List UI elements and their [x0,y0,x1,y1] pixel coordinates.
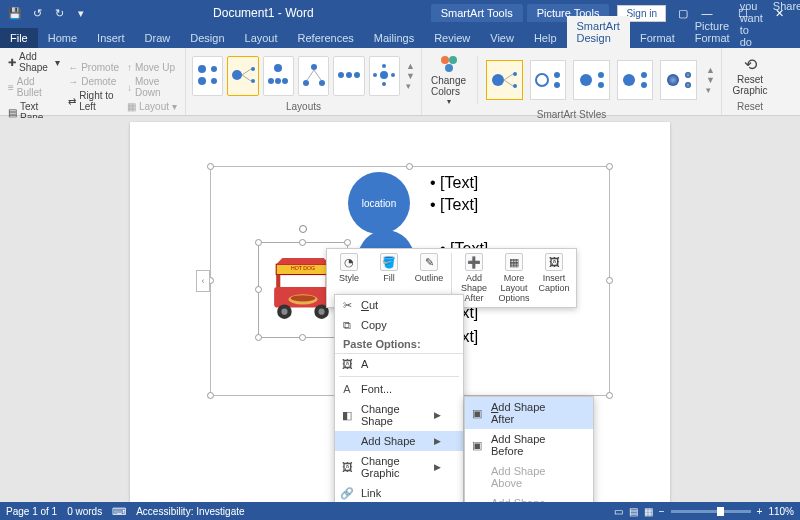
autosave-icon[interactable]: 💾 [8,6,22,20]
view-web-icon[interactable]: ▦ [644,506,653,517]
styles-scroll-down[interactable]: ▼ [706,75,715,85]
styles-more-icon[interactable]: ▾ [706,85,715,95]
style-option-3[interactable] [573,60,610,100]
smartart-node-location[interactable]: location [348,172,410,234]
svg-point-52 [291,295,316,301]
ctx-paste-picture[interactable]: 🖼A [335,354,463,374]
svg-point-13 [311,64,317,70]
mini-more-layout[interactable]: ▦More Layout Options [494,251,534,305]
placeholder-text[interactable]: [Text] [430,196,478,214]
tab-references[interactable]: References [288,28,364,48]
styles-scroll-up[interactable]: ▲ [706,65,715,75]
sub-add-after[interactable]: ▣Add Shape After [465,397,593,429]
status-lang-icon[interactable]: ⌨ [112,506,126,517]
svg-point-42 [641,82,647,88]
tab-smartart-design[interactable]: SmartArt Design [567,16,630,48]
reset-graphic-button[interactable]: ⟲ Reset Graphic [730,55,770,96]
layout-option-2[interactable] [227,56,258,96]
status-words[interactable]: 0 words [67,506,102,517]
document-title: Document1 - Word [96,6,431,20]
layout-option-6[interactable] [369,56,400,96]
svg-point-11 [275,78,281,84]
link-icon: 🔗 [339,487,355,500]
page[interactable]: ‹ location [Text] [Text] [Text] [Text] [… [130,122,670,502]
cut-icon: ✂ [339,299,355,312]
svg-point-40 [623,74,635,86]
qat-dropdown-icon[interactable]: ▾ [74,6,88,20]
tab-help[interactable]: Help [524,28,567,48]
view-read-icon[interactable]: ▭ [614,506,623,517]
svg-point-14 [303,80,309,86]
zoom-slider[interactable] [671,510,751,513]
style-option-5[interactable] [660,60,697,100]
sub-add-before[interactable]: ▣Add Shape Before [465,429,593,461]
title-bar: 💾 ↺ ↻ ▾ Document1 - Word SmartArt Tools … [0,0,800,26]
smartart-tools-label: SmartArt Tools [431,4,523,22]
layouts-more-icon[interactable]: ▾ [406,81,415,91]
ctx-link[interactable]: 🔗Link [335,483,463,503]
tab-draw[interactable]: Draw [135,28,181,48]
zoom-in-icon[interactable]: + [757,506,763,517]
svg-point-9 [274,64,282,72]
style-option-2[interactable] [530,60,567,100]
svg-point-43 [667,74,679,86]
svg-point-3 [211,78,217,84]
ctx-change-shape[interactable]: ◧Change Shape▶ [335,399,463,431]
svg-point-44 [685,72,691,78]
svg-point-0 [198,65,206,73]
sub-add-above: Add Shape Above [465,461,593,493]
zoom-out-icon[interactable]: − [659,506,665,517]
view-print-icon[interactable]: ▤ [629,506,638,517]
right-to-left-button[interactable]: ⇄ Right to Left [66,89,121,113]
layout-option-5[interactable] [333,56,364,96]
style-option-1[interactable] [486,60,523,100]
tab-insert[interactable]: Insert [87,28,135,48]
status-accessibility[interactable]: Accessibility: Investigate [136,506,244,517]
paste-picture-icon: 🖼 [339,358,355,370]
share-button[interactable]: 👤 Share [773,0,800,12]
placeholder-text[interactable]: [Text] [430,174,478,192]
redo-icon[interactable]: ↻ [52,6,66,20]
tab-home[interactable]: Home [38,28,87,48]
tab-design[interactable]: Design [180,28,234,48]
tab-mailings[interactable]: Mailings [364,28,424,48]
svg-point-19 [346,72,352,78]
svg-point-45 [685,82,691,88]
mini-insert-caption[interactable]: 🖼Insert Caption [534,251,574,305]
layouts-scroll-down[interactable]: ▼ [406,71,415,81]
add-shape-button[interactable]: ✚ Add Shape ▾ [6,50,62,74]
ctx-add-shape[interactable]: Add Shape▶ [335,431,463,451]
change-colors-button[interactable]: Change Colors▾ [428,50,469,109]
svg-point-34 [536,74,548,86]
text-pane-toggle-left[interactable]: ‹ [196,270,210,292]
undo-icon[interactable]: ↺ [30,6,44,20]
tab-file[interactable]: File [0,28,38,48]
quick-access-toolbar: 💾 ↺ ↻ ▾ [0,6,96,20]
svg-point-18 [338,72,344,78]
svg-line-17 [314,70,321,80]
layout-option-4[interactable] [298,56,329,96]
ctx-change-graphic[interactable]: 🖼Change Graphic▶ [335,451,463,483]
svg-point-28 [445,64,453,72]
ctx-cut[interactable]: ✂Cut [335,295,463,315]
svg-point-37 [580,74,592,86]
rotate-handle[interactable] [299,225,307,233]
tab-picture-format[interactable]: Picture Format [685,16,740,48]
tell-me[interactable]: 💡 Tell me what you want to do [740,0,763,48]
ctx-copy[interactable]: ⧉Copy [335,315,463,335]
tab-format[interactable]: Format [630,28,685,48]
layout-button: ▦ Layout ▾ [125,100,179,113]
ctx-font[interactable]: AFont... [335,379,463,399]
svg-point-32 [513,72,517,76]
style-option-4[interactable] [617,60,654,100]
svg-point-56 [318,309,324,315]
svg-point-12 [282,78,288,84]
layout-option-3[interactable] [263,56,294,96]
layouts-scroll-up[interactable]: ▲ [406,61,415,71]
tab-view[interactable]: View [480,28,524,48]
tab-layout[interactable]: Layout [235,28,288,48]
status-page[interactable]: Page 1 of 1 [6,506,57,517]
tab-review[interactable]: Review [424,28,480,48]
layout-option-1[interactable] [192,56,223,96]
zoom-level[interactable]: 110% [768,506,794,517]
